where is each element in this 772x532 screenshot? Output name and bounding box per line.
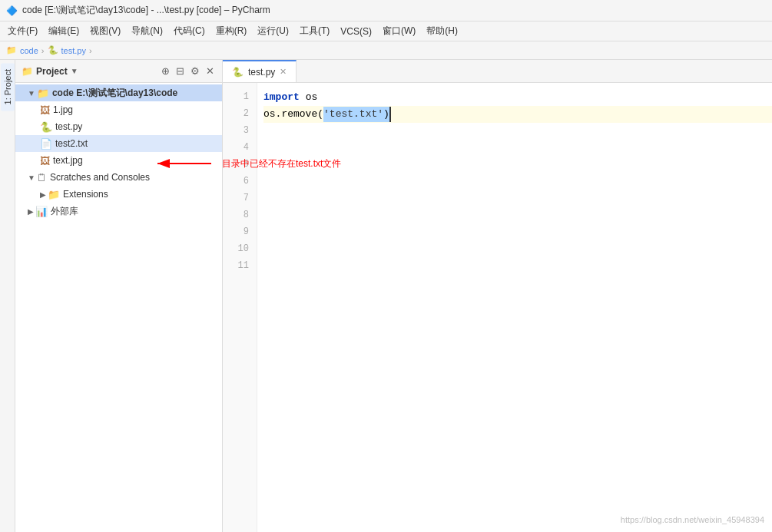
menu-item-vcss[interactable]: VCS(S) — [336, 25, 376, 38]
hide-icon[interactable]: ✕ — [204, 64, 216, 78]
sidebar-title: Project — [36, 66, 68, 77]
tree-scratches[interactable]: ▼ 🗒 Scratches and Consoles — [15, 169, 222, 186]
menu-item-h[interactable]: 帮助(H) — [422, 23, 462, 39]
tree-root-folder[interactable]: ▼ 📁 code E:\测试笔记\day13\code — [15, 84, 222, 101]
tree-extensions[interactable]: ▶ 📁 Extensions — [15, 186, 222, 203]
code-line-3 — [263, 123, 772, 140]
collapse-icon[interactable]: ⊟ — [174, 64, 186, 78]
code-editor[interactable]: 1 2 3 4 5 6 7 8 9 10 11 import os os.rem… — [223, 83, 772, 532]
libs-label: 外部库 — [51, 205, 78, 218]
textjpg-label: text.jpg — [53, 155, 83, 166]
tabs-bar: 🐍 test.py ✕ — [223, 60, 772, 83]
breadcrumb-file-icon: 🐍 — [48, 45, 58, 55]
1jpg-label: 1.jpg — [53, 104, 73, 115]
main-layout: 1: Project 📁 Project ▼ ⊕ ⊟ ⚙ ✕ ▼ 📁 code … — [0, 60, 772, 532]
menu-item-v[interactable]: 视图(V) — [85, 23, 125, 39]
menu-item-f[interactable]: 文件(F) — [3, 23, 42, 39]
app-icon: 🔷 — [6, 5, 18, 16]
line-num-7: 7 — [227, 190, 249, 207]
menu-item-r[interactable]: 重构(R) — [211, 23, 252, 39]
root-folder-icon: 📁 — [37, 88, 49, 99]
scratches-label: Scratches and Consoles — [50, 172, 150, 183]
line-num-10: 10 — [227, 241, 249, 258]
textjpg-icon: 🖼 — [40, 155, 50, 167]
string-arg: 'test.txt' — [323, 107, 383, 123]
scratches-icon: 🗒 — [37, 172, 47, 183]
breadcrumb: 📁 code › 🐍 test.py › — [0, 41, 772, 60]
project-tab-indicator: 1: Project — [0, 60, 15, 532]
tree-item-testpy[interactable]: 🐍 test.py — [15, 118, 222, 135]
project-tab[interactable]: 1: Project — [1, 63, 15, 111]
breadcrumb-sep1: › — [41, 46, 45, 55]
code-line-7 — [263, 190, 772, 207]
line-num-11: 11 — [227, 258, 249, 275]
code-line-2: os.remove('test.txt') — [263, 106, 772, 123]
sidebar-dropdown-icon[interactable]: ▼ — [71, 67, 78, 75]
sidebar-actions: ⊕ ⊟ ⚙ ✕ — [160, 64, 216, 78]
scratches-arrow: ▼ — [28, 173, 35, 182]
code-line-1: import os — [263, 89, 772, 106]
1jpg-icon: 🖼 — [40, 104, 50, 116]
tree-item-1jpg[interactable]: 🖼 1.jpg — [15, 101, 222, 118]
tab-close-btn[interactable]: ✕ — [280, 67, 287, 77]
code-line-10 — [263, 241, 772, 258]
module-os: os — [306, 90, 318, 106]
menu-item-u[interactable]: 运行(U) — [253, 23, 293, 39]
code-line-11 — [263, 258, 772, 275]
tab-label: test.py — [248, 67, 275, 78]
cursor: ) — [383, 107, 391, 123]
sidebar-header: 📁 Project ▼ ⊕ ⊟ ⚙ ✕ — [15, 60, 222, 83]
line-numbers: 1 2 3 4 5 6 7 8 9 10 11 — [223, 83, 257, 532]
code-line-5 — [263, 157, 772, 173]
root-folder-label: code E:\测试笔记\day13\code — [52, 87, 177, 100]
breadcrumb-sep2: › — [89, 46, 92, 55]
sync-icon[interactable]: ⊕ — [160, 64, 171, 78]
tab-py-icon: 🐍 — [232, 67, 244, 78]
settings-icon[interactable]: ⚙ — [189, 64, 201, 78]
breadcrumb-file[interactable]: test.py — [61, 46, 86, 55]
paren-open: ( — [317, 107, 323, 123]
title-text: code [E:\测试笔记\day13\code] - ...\test.py … — [22, 4, 270, 17]
tree-libs[interactable]: ▶ 📊 外部库 — [15, 203, 222, 220]
code-line-4 — [263, 140, 772, 157]
sidebar-title-area: 📁 Project ▼ — [22, 66, 78, 77]
title-bar: 🔷 code [E:\测试笔记\day13\code] - ...\test.p… — [0, 0, 772, 21]
menu-item-n[interactable]: 导航(N) — [127, 23, 167, 39]
kw-import: import — [263, 90, 300, 106]
line-num-9: 9 — [227, 224, 249, 241]
tab-testpy[interactable]: 🐍 test.py ✕ — [223, 60, 297, 82]
menu-item-t[interactable]: 工具(T) — [295, 23, 334, 39]
menu-item-e[interactable]: 编辑(E) — [44, 23, 84, 39]
line-num-4: 4 — [227, 140, 249, 157]
code-line-9 — [263, 224, 772, 241]
menu-bar: 文件(F)编辑(E)视图(V)导航(N)代码(C)重构(R)运行(U)工具(T)… — [0, 21, 772, 41]
line-num-8: 8 — [227, 207, 249, 224]
line-num-6: 6 — [227, 173, 249, 190]
line-num-2: 2 — [227, 106, 249, 123]
test2txt-icon: 📄 — [40, 138, 52, 150]
code-line-8 — [263, 207, 772, 224]
menu-item-w[interactable]: 窗口(W) — [378, 23, 420, 39]
breadcrumb-root[interactable]: code — [20, 46, 38, 55]
code-area: 🐍 test.py ✕ 1 2 3 4 5 6 7 8 9 10 11 i — [223, 60, 772, 532]
tree-item-textjpg[interactable]: 🖼 text.jpg — [15, 152, 222, 169]
line-num-3: 3 — [227, 123, 249, 140]
code-line-6 — [263, 173, 772, 190]
extensions-arrow: ▶ — [40, 190, 46, 199]
testpy-label: test.py — [55, 121, 82, 132]
menu-item-c[interactable]: 代码(C) — [169, 23, 210, 39]
line-num-1: 1 — [227, 89, 249, 106]
extensions-label: Extensions — [63, 189, 108, 200]
test2txt-label: test2.txt — [55, 138, 88, 149]
testpy-icon: 🐍 — [40, 121, 52, 133]
line-num-5: 5 — [227, 157, 249, 173]
extensions-icon: 📁 — [48, 189, 60, 200]
root-arrow: ▼ — [28, 89, 35, 97]
func-os-remove: os.remove — [263, 107, 317, 123]
sidebar-panel: 📁 Project ▼ ⊕ ⊟ ⚙ ✕ ▼ 📁 code E:\测试笔记\day… — [15, 60, 223, 532]
libs-arrow: ▶ — [28, 207, 34, 216]
libs-icon: 📊 — [35, 206, 48, 217]
breadcrumb-folder-icon: 📁 — [6, 45, 17, 55]
code-content[interactable]: import os os.remove('test.txt') — [257, 83, 772, 532]
tree-item-test2txt[interactable]: 📄 test2.txt — [15, 135, 222, 152]
